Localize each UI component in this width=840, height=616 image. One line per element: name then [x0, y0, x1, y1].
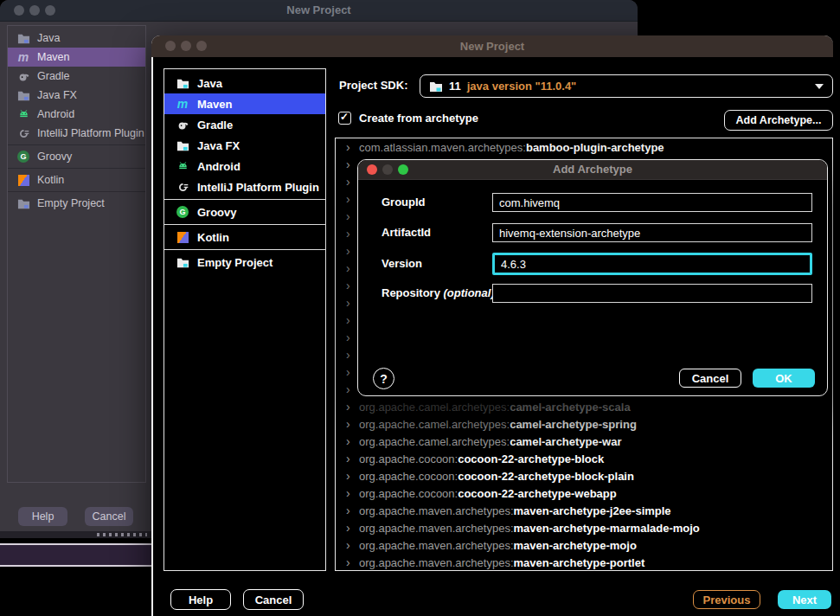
- sidebar-item-android[interactable]: Android: [8, 105, 145, 124]
- chevron-right-icon: ›: [346, 417, 359, 431]
- sidebar-item-label: Empty Project: [197, 256, 273, 269]
- sidebar-item-java-fx[interactable]: Java FX: [164, 135, 325, 156]
- sidebar-item-label: IntelliJ Platform Plugin: [197, 181, 319, 194]
- screen: New Project JavamMavenGradleJava FXAndro…: [0, 0, 840, 616]
- groupid-label: GroupId: [382, 196, 426, 209]
- project-sdk-dropdown[interactable]: 11 java version "11.0.4": [420, 74, 833, 98]
- maven-icon: m: [176, 97, 189, 111]
- archetype-row[interactable]: ›org.apache.maven.archetypes:maven-arche…: [336, 502, 832, 519]
- archetype-row[interactable]: ›org.apache.maven.archetypes:maven-arche…: [336, 519, 832, 536]
- sidebar-item-label: Android: [37, 108, 74, 120]
- sidebar-item-intellij-platform-plugin[interactable]: IntelliJ Platform Plugin: [8, 124, 145, 143]
- sidebar-item-gradle[interactable]: Gradle: [164, 114, 325, 135]
- modal-titlebar: Add Archetype: [358, 160, 827, 180]
- gradle-icon: [176, 118, 189, 132]
- help-icon[interactable]: ?: [373, 368, 394, 389]
- sidebar-item-label: Kotlin: [197, 231, 229, 244]
- sidebar-item-java[interactable]: Java: [8, 29, 145, 48]
- groupid-row: GroupId: [358, 193, 827, 212]
- sidebar-item-label: Maven: [37, 51, 70, 63]
- chevron-right-icon: ›: [346, 521, 359, 535]
- sidebar-item-java-fx[interactable]: Java FX: [8, 86, 145, 105]
- version-label: Version: [382, 257, 422, 270]
- java-folder-icon: [16, 31, 30, 45]
- version-input[interactable]: [492, 253, 812, 275]
- chevron-right-icon: ›: [346, 486, 359, 500]
- chevron-right-icon: ›: [346, 452, 359, 465]
- cancel-button[interactable]: Cancel: [243, 589, 304, 610]
- sidebar-item-gradle[interactable]: Gradle: [8, 67, 145, 86]
- add-archetype-dialog: Add Archetype GroupId ArtifactId Version…: [357, 159, 828, 396]
- sidebar-item-label: Java: [197, 77, 222, 90]
- chevron-right-icon: ›: [346, 555, 359, 569]
- sidebar-item-java[interactable]: Java: [164, 73, 325, 93]
- archetype-row[interactable]: ›org.apache.cocoon:cocoon-22-archetype-b…: [336, 467, 832, 484]
- sidebar-item-empty-project[interactable]: Empty Project: [164, 252, 325, 273]
- empty-project-folder-icon: [16, 196, 30, 210]
- intellij-plugin-icon: [16, 126, 30, 140]
- archetype-row[interactable]: ›org.apache.cocoon:cocoon-22-archetype-w…: [336, 484, 832, 502]
- sidebar-item-kotlin[interactable]: Kotlin: [8, 170, 145, 189]
- artifactid-input[interactable]: [492, 223, 812, 242]
- cancel-button[interactable]: Cancel: [679, 369, 741, 388]
- add-archetype-button[interactable]: Add Archetype...: [724, 110, 833, 131]
- archetype-row[interactable]: ›org.apache.maven.archetypes:maven-arche…: [336, 554, 832, 571]
- sidebar-item-maven[interactable]: mMaven: [8, 48, 145, 67]
- kotlin-icon: [176, 230, 189, 244]
- java-folder-icon: [176, 76, 189, 90]
- artifactid-label: ArtifactId: [382, 226, 431, 239]
- optional-note: (optional): [444, 286, 495, 299]
- create-from-archetype-checkbox[interactable]: [338, 112, 351, 125]
- archetype-row[interactable]: ›org.apache.cocoon:cocoon-22-archetype-b…: [336, 450, 832, 467]
- sidebar-item-empty-project[interactable]: Empty Project: [8, 194, 145, 213]
- javafx-folder-icon: [16, 88, 30, 102]
- chevron-right-icon: ›: [346, 504, 359, 517]
- repository-row: Repository (optional): [358, 284, 827, 303]
- groupid-input[interactable]: [492, 193, 812, 212]
- help-button[interactable]: Help: [170, 589, 231, 610]
- javafx-folder-icon: [176, 138, 189, 152]
- sidebar-item-label: Empty Project: [37, 197, 105, 209]
- sidebar-item-intellij-platform-plugin[interactable]: IntelliJ Platform Plugin: [164, 176, 325, 197]
- project-type-sidebar: JavamMavenGradleJava FXAndroidIntelliJ P…: [7, 25, 146, 483]
- sidebar-separator: [8, 168, 145, 169]
- window-title: New Project: [0, 0, 638, 21]
- repository-input[interactable]: [492, 284, 812, 303]
- sidebar-item-android[interactable]: Android: [164, 156, 325, 176]
- next-button[interactable]: Next: [778, 590, 831, 609]
- archetype-row[interactable]: ›org.apache.maven.archetypes:maven-arche…: [336, 536, 832, 554]
- maven-icon: m: [16, 50, 30, 64]
- ok-button[interactable]: OK: [753, 369, 815, 388]
- sidebar-item-label: Android: [197, 160, 240, 173]
- sidebar-item-label: Groovy: [197, 206, 237, 219]
- groovy-icon: G: [176, 205, 189, 219]
- sidebar-item-maven[interactable]: mMaven: [164, 93, 325, 114]
- intellij-plugin-icon: [176, 180, 189, 194]
- sidebar-item-kotlin[interactable]: Kotlin: [164, 227, 325, 247]
- sdk-version-number: 11: [449, 80, 461, 93]
- chevron-right-icon: ›: [346, 538, 359, 552]
- sidebar-item-groovy[interactable]: GGroovy: [164, 202, 325, 222]
- project-sdk-label: Project SDK:: [339, 79, 407, 92]
- create-from-archetype-row: Create from archetype: [338, 112, 478, 125]
- archetype-row[interactable]: ›org.apache.camel.archetypes:camel-arche…: [336, 415, 832, 433]
- sidebar-item-groovy[interactable]: GGroovy: [8, 147, 145, 166]
- archetype-row[interactable]: ›com.atlassian.maven.archetypes:bamboo-p…: [336, 138, 832, 156]
- kotlin-icon: [16, 173, 30, 187]
- sidebar-item-label: Groovy: [37, 151, 72, 163]
- archetype-row[interactable]: ›org.apache.camel.archetypes:camel-arche…: [336, 433, 832, 450]
- chevron-right-icon: ›: [346, 469, 359, 483]
- cancel-button[interactable]: Cancel: [85, 507, 133, 526]
- sidebar-separator: [8, 191, 145, 192]
- dialog-titlebar: New Project: [151, 35, 833, 57]
- version-row: Version: [358, 253, 827, 272]
- previous-button[interactable]: Previous: [693, 590, 760, 609]
- gradle-icon: [16, 69, 30, 83]
- android-icon: [16, 107, 30, 121]
- help-button[interactable]: Help: [18, 507, 67, 526]
- groovy-icon: G: [16, 150, 30, 164]
- sidebar-item-label: Java FX: [37, 89, 77, 101]
- project-type-sidebar: JavamMavenGradleJava FXAndroidIntelliJ P…: [164, 68, 326, 571]
- sidebar-separator: [164, 249, 325, 250]
- archetype-row[interactable]: ›org.apache.camel.archetypes:camel-arche…: [336, 398, 832, 415]
